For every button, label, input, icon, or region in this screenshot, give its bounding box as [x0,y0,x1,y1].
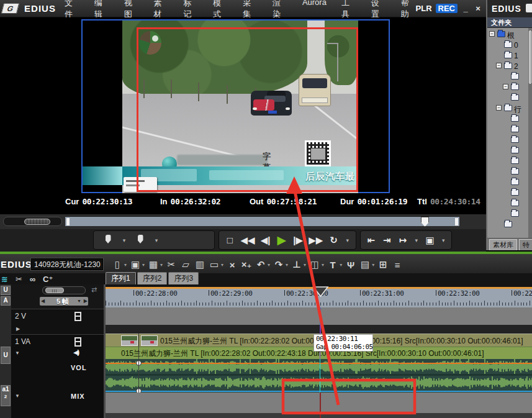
cut-button[interactable]: ✂ [166,259,177,270]
tree-expander-icon[interactable]: − [489,31,495,37]
timeline-lanes[interactable]: 015兰州威力狮-兰州 TL [In:00:22:28:02 Out:00:22… [106,307,532,418]
set-out-point-menu-button[interactable]: ▾ [153,237,160,243]
bin-tree-item[interactable] [487,135,532,145]
menu-item-编辑[interactable]: 编辑 [94,0,109,20]
track-height-slider[interactable] [42,286,86,294]
track-header-2v[interactable]: 2 V ▶ [11,309,104,335]
speaker-icon[interactable]: ◀) [73,348,78,357]
bin-tab-素材库[interactable]: 素材库 [489,239,517,250]
group-link-button[interactable]: ∞ [30,275,35,284]
menu-item-文件[interactable]: 文件 [65,0,79,20]
open-project-button-menu[interactable]: ▾ [142,262,145,268]
track-settings-button[interactable]: ≡ [392,260,403,270]
bin-tree-item[interactable] [487,114,532,124]
zoom-decrease-icon[interactable]: ◀ [41,298,45,304]
tree-expander-icon[interactable]: − [496,105,502,111]
volume-rubber-band[interactable] [106,363,532,364]
save-project-button-menu[interactable]: ▾ [160,262,163,268]
zoom-increase-icon[interactable]: ▶ [84,298,88,304]
sequence-tab-序列3[interactable]: 序列3 [168,272,199,284]
edit-menu-button[interactable]: ▾ [413,237,420,243]
bin-tree-item[interactable] [487,219,532,230]
bin-tree-item[interactable] [487,177,532,188]
undo-button[interactable]: ↶ [255,259,266,270]
audio-waveform-area[interactable] [106,359,532,393]
bin-tree-item[interactable] [487,93,532,103]
export-menu-button[interactable]: ▾ [440,237,446,243]
bin-tree-item-0[interactable]: 0 [487,40,532,50]
undo-button-menu[interactable]: ▾ [268,262,270,268]
play-button[interactable]: ▶ [276,233,287,247]
copy-button[interactable]: ▱ [180,259,191,270]
menu-item-Aurora[interactable]: Aurora [302,0,327,20]
add-cut-point-button-menu[interactable]: ▾ [304,262,306,268]
bin-tree-item-根[interactable]: −根 [487,29,532,40]
bin-tree-item[interactable] [487,209,532,219]
add-to-timeline-button-menu[interactable]: ▾ [221,262,223,268]
title-button-menu[interactable]: ▾ [340,262,342,268]
add-cut-point-button[interactable]: ⊥ [291,259,302,270]
sequence-tab-序列1[interactable]: 序列1 [106,272,136,284]
volume-rubber-band-label[interactable]: VOL [71,364,87,371]
tree-expander-icon[interactable]: − [503,84,508,89]
next-frame-button[interactable]: |▶ [292,235,304,246]
track-lane-2v[interactable] [106,307,532,325]
swap-tracks-icon[interactable]: ⇄ [91,286,97,294]
zoom-menu-icon[interactable]: ▼ [77,299,81,303]
paste-button[interactable]: ▥ [194,259,205,270]
goto-in-button[interactable]: ⇤ [366,235,377,246]
play-menu-button[interactable]: ▾ [345,237,351,243]
new-sequence-button[interactable]: ▯ [112,259,123,270]
shuttle-grip[interactable] [24,219,50,225]
color-correction-button-menu[interactable]: ▾ [372,262,374,268]
bin-tab-特[interactable]: 特 [519,239,532,250]
track-2v-expander[interactable]: ▶ [16,326,20,332]
plr-mode-button[interactable]: PLR [416,4,432,13]
close-button[interactable]: × [474,4,482,13]
redo-button-menu[interactable]: ▾ [286,262,288,268]
prev-frame-button[interactable]: ◀| [260,235,271,246]
position-bar[interactable] [65,216,459,226]
loop-button[interactable]: ↻ [328,235,340,246]
bin-tree-item[interactable] [487,145,532,156]
menu-item-工具[interactable]: 工具 [341,0,356,20]
menu-item-标记[interactable]: 标记 [183,0,198,20]
bin-tree-item-行[interactable]: −行 [487,103,532,114]
set-in-point-menu-button[interactable]: ▾ [121,237,127,243]
bin-tree-item[interactable] [487,156,532,166]
menu-item-帮助[interactable]: 帮助 [401,0,416,20]
source-channel-a-button[interactable]: A [1,296,11,306]
menu-item-设置[interactable]: 设置 [371,0,386,20]
mix-expander[interactable]: ▼ [15,393,20,399]
tree-expander-icon[interactable]: − [496,63,502,68]
bin-tree-item[interactable] [487,166,532,177]
pan-rubber-band[interactable] [106,391,532,392]
track-height-grip[interactable] [45,288,64,293]
bin-tree-item[interactable] [487,198,532,209]
export-button[interactable]: ▣ [425,235,436,246]
stop-button[interactable]: □ [224,235,235,245]
set-in-point-button[interactable] [102,235,114,245]
mix-label[interactable]: MIX [71,393,85,400]
source-channel-va-button[interactable]: U [1,347,11,364]
position-marker[interactable] [421,217,429,227]
track-1va-expander[interactable]: ▼ [15,350,20,356]
bin-tree-item-2[interactable]: −2 [487,61,532,71]
sequence-name-field[interactable]: 140928无机油-1230 [31,258,103,270]
add-to-timeline-button[interactable]: ▭ [209,259,220,270]
set-out-point-button[interactable] [135,235,146,245]
rec-mode-button[interactable]: REC [436,4,458,13]
razor-mode-button[interactable]: ✂ [16,275,22,284]
transition-button-menu[interactable]: ▾ [322,262,324,268]
delete-button[interactable]: × [227,260,238,270]
timeline-mode-button[interactable]: ≋ [1,275,8,284]
timeline-zoom-selector[interactable]: ◀ 5 帧 ▼ ▶ [40,297,88,306]
source-channel-audio-button[interactable]: a12 [1,385,11,406]
timeline-ruler[interactable]: 00:22:28:0000:22:29:0000:22:30:0000:22:3… [106,284,532,307]
transition-button[interactable]: ◫ [309,259,320,270]
save-project-button[interactable]: ▦ [148,259,159,270]
sync-mode-button[interactable]: C⁺ [43,275,53,284]
track-header-1va[interactable]: 1 VA ▼ ◀) VOL ▼ MIX [11,335,104,418]
ripple-delete-button[interactable]: ×₊ [241,259,252,270]
color-correction-button[interactable]: ▤ [359,259,371,270]
